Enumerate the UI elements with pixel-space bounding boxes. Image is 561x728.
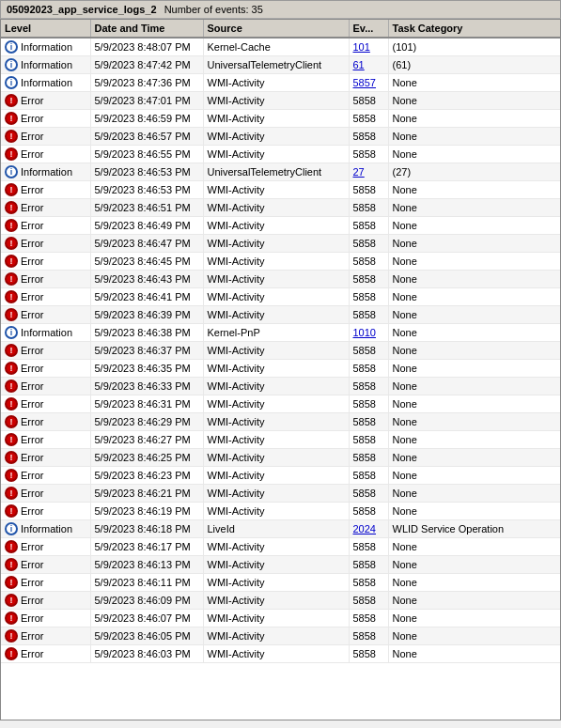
table-row[interactable]: !Error5/9/2023 8:46:43 PMWMI-Activity585… [1, 271, 561, 288]
table-row[interactable]: !Error5/9/2023 8:46:09 PMWMI-Activity585… [1, 592, 561, 610]
table-row[interactable]: !Error5/9/2023 8:46:29 PMWMI-Activity585… [1, 413, 561, 431]
col-header-source[interactable]: Source [203, 20, 349, 38]
cell-ev: 5858 [349, 342, 388, 360]
error-icon: ! [5, 272, 18, 286]
cell-source: WMI-Activity [203, 235, 349, 253]
error-icon: ! [5, 308, 18, 321]
table-row[interactable]: !Error5/9/2023 8:46:21 PMWMI-Activity585… [1, 485, 561, 503]
cell-ev: 5858 [349, 271, 388, 288]
table-row[interactable]: iInformation5/9/2023 8:46:18 PMLiveId202… [1, 520, 561, 538]
cell-source: WMI-Activity [203, 467, 349, 485]
cell-datetime: 5/9/2023 8:46:45 PM [90, 253, 203, 271]
table-row[interactable]: !Error5/9/2023 8:46:11 PMWMI-Activity585… [1, 574, 561, 592]
table-row[interactable]: !Error5/9/2023 8:46:03 PMWMI-Activity585… [1, 645, 561, 663]
table-row[interactable]: !Error5/9/2023 8:46:49 PMWMI-Activity585… [1, 217, 561, 235]
table-row[interactable]: iInformation5/9/2023 8:48:07 PMKernel-Ca… [1, 38, 561, 56]
table-row[interactable]: !Error5/9/2023 8:46:27 PMWMI-Activity585… [1, 431, 561, 449]
table-row[interactable]: !Error5/9/2023 8:46:39 PMWMI-Activity585… [1, 306, 561, 324]
cell-source: WMI-Activity [203, 574, 349, 592]
cell-level: iInformation [1, 163, 90, 181]
cell-datetime: 5/9/2023 8:46:39 PM [90, 306, 203, 324]
cell-level: !Error [1, 395, 90, 413]
cell-datetime: 5/9/2023 8:46:05 PM [90, 627, 203, 645]
cell-task: None [388, 271, 561, 288]
cell-source: WMI-Activity [203, 610, 349, 627]
cell-ev: 5858 [349, 431, 388, 449]
table-row[interactable]: !Error5/9/2023 8:46:19 PMWMI-Activity585… [1, 503, 561, 520]
level-text: Error [21, 488, 43, 499]
cell-datetime: 5/9/2023 8:46:53 PM [90, 181, 203, 199]
table-row[interactable]: !Error5/9/2023 8:46:05 PMWMI-Activity585… [1, 627, 561, 645]
cell-task: None [388, 128, 561, 146]
error-icon: ! [5, 540, 18, 553]
table-row[interactable]: iInformation5/9/2023 8:47:42 PMUniversal… [1, 56, 561, 74]
table-row[interactable]: !Error5/9/2023 8:46:13 PMWMI-Activity585… [1, 556, 561, 574]
cell-source: WMI-Activity [203, 181, 349, 199]
table-row[interactable]: !Error5/9/2023 8:46:25 PMWMI-Activity585… [1, 449, 561, 467]
level-text: Error [21, 398, 43, 410]
table-row[interactable]: !Error5/9/2023 8:46:35 PMWMI-Activity585… [1, 360, 561, 378]
cell-source: WMI-Activity [203, 128, 349, 146]
table-container[interactable]: Level Date and Time Source Ev... Task Ca… [0, 19, 561, 720]
level-text: Error [21, 559, 43, 570]
table-row[interactable]: !Error5/9/2023 8:46:41 PMWMI-Activity585… [1, 288, 561, 306]
table-row[interactable]: !Error5/9/2023 8:46:57 PMWMI-Activity585… [1, 128, 561, 146]
level-text: Error [21, 505, 43, 517]
error-icon: ! [5, 130, 18, 143]
level-text: Error [21, 113, 43, 124]
cell-task: None [388, 253, 561, 271]
table-row[interactable]: !Error5/9/2023 8:47:01 PMWMI-Activity585… [1, 92, 561, 110]
table-row[interactable]: !Error5/9/2023 8:46:55 PMWMI-Activity585… [1, 146, 561, 163]
error-icon: ! [5, 237, 18, 250]
cell-task: None [388, 342, 561, 360]
table-row[interactable]: !Error5/9/2023 8:46:45 PMWMI-Activity585… [1, 253, 561, 271]
table-row[interactable]: !Error5/9/2023 8:46:51 PMWMI-Activity585… [1, 199, 561, 217]
cell-source: Kernel-PnP [203, 324, 349, 342]
level-text: Error [21, 595, 43, 606]
cell-ev: 5858 [349, 538, 388, 556]
cell-datetime: 5/9/2023 8:46:21 PM [90, 485, 203, 503]
level-text: Error [21, 131, 43, 142]
cell-level: !Error [1, 110, 90, 128]
level-text: Error [21, 273, 43, 285]
cell-source: WMI-Activity [203, 199, 349, 217]
table-row[interactable]: !Error5/9/2023 8:46:07 PMWMI-Activity585… [1, 610, 561, 627]
info-icon: i [5, 522, 18, 535]
cell-task: None [388, 74, 561, 92]
cell-source: WMI-Activity [203, 288, 349, 306]
col-header-level[interactable]: Level [1, 20, 90, 38]
table-row[interactable]: !Error5/9/2023 8:46:17 PMWMI-Activity585… [1, 538, 561, 556]
cell-datetime: 5/9/2023 8:46:43 PM [90, 271, 203, 288]
level-text: Error [21, 95, 43, 106]
table-row[interactable]: !Error5/9/2023 8:46:33 PMWMI-Activity585… [1, 378, 561, 395]
error-icon: ! [5, 451, 18, 464]
cell-datetime: 5/9/2023 8:46:07 PM [90, 610, 203, 627]
col-header-ev[interactable]: Ev... [349, 20, 388, 38]
cell-datetime: 5/9/2023 8:46:53 PM [90, 163, 203, 181]
cell-level: !Error [1, 592, 90, 610]
table-row[interactable]: iInformation5/9/2023 8:46:53 PMUniversal… [1, 163, 561, 181]
table-row[interactable]: !Error5/9/2023 8:46:59 PMWMI-Activity585… [1, 110, 561, 128]
table-row[interactable]: iInformation5/9/2023 8:47:36 PMWMI-Activ… [1, 74, 561, 92]
cell-task: None [388, 574, 561, 592]
table-row[interactable]: !Error5/9/2023 8:46:53 PMWMI-Activity585… [1, 181, 561, 199]
table-row[interactable]: !Error5/9/2023 8:46:37 PMWMI-Activity585… [1, 342, 561, 360]
cell-task: None [388, 413, 561, 431]
cell-level: !Error [1, 574, 90, 592]
cell-ev: 5858 [349, 235, 388, 253]
table-row[interactable]: !Error5/9/2023 8:46:47 PMWMI-Activity585… [1, 235, 561, 253]
level-text: Error [21, 363, 43, 374]
cell-datetime: 5/9/2023 8:46:55 PM [90, 146, 203, 163]
table-row[interactable]: !Error5/9/2023 8:46:31 PMWMI-Activity585… [1, 395, 561, 413]
cell-level: !Error [1, 306, 90, 324]
cell-task: None [388, 181, 561, 199]
table-row[interactable]: iInformation5/9/2023 8:46:38 PMKernel-Pn… [1, 324, 561, 342]
cell-source: WMI-Activity [203, 538, 349, 556]
error-icon: ! [5, 94, 18, 107]
col-header-datetime[interactable]: Date and Time [90, 20, 203, 38]
cell-ev: 5858 [349, 378, 388, 395]
col-header-task[interactable]: Task Category [388, 20, 561, 38]
cell-datetime: 5/9/2023 8:46:19 PM [90, 503, 203, 520]
table-row[interactable]: !Error5/9/2023 8:46:23 PMWMI-Activity585… [1, 467, 561, 485]
cell-datetime: 5/9/2023 8:46:29 PM [90, 413, 203, 431]
